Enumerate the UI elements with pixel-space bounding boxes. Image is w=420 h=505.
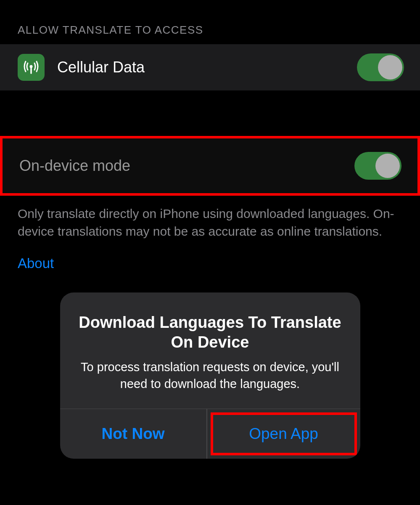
dialog-message: To process translation requests on devic…: [79, 359, 342, 393]
section-header-access: ALLOW TRANSLATE TO ACCESS: [0, 0, 420, 44]
on-device-description: Only translate directly on iPhone using …: [0, 196, 420, 244]
cellular-icon: [18, 54, 45, 81]
cellular-data-row[interactable]: Cellular Data: [0, 44, 420, 90]
on-device-mode-toggle[interactable]: [354, 152, 402, 180]
open-app-button[interactable]: Open App: [211, 412, 357, 455]
dialog-overlay: Download Languages To Translate On Devic…: [60, 292, 360, 459]
dialog-content: Download Languages To Translate On Devic…: [60, 292, 360, 409]
cellular-data-toggle[interactable]: [357, 53, 404, 81]
on-device-mode-label: On-device mode: [19, 157, 354, 175]
not-now-button[interactable]: Not Now: [60, 409, 207, 459]
cellular-data-label: Cellular Data: [57, 58, 357, 76]
toggle-knob: [378, 55, 402, 80]
download-languages-dialog: Download Languages To Translate On Devic…: [60, 292, 360, 459]
on-device-mode-row[interactable]: On-device mode: [0, 136, 420, 196]
toggle-knob: [375, 154, 400, 178]
dialog-buttons: Not Now Open App: [60, 409, 360, 459]
about-link[interactable]: About: [0, 244, 420, 275]
dialog-title: Download Languages To Translate On Devic…: [79, 313, 342, 353]
